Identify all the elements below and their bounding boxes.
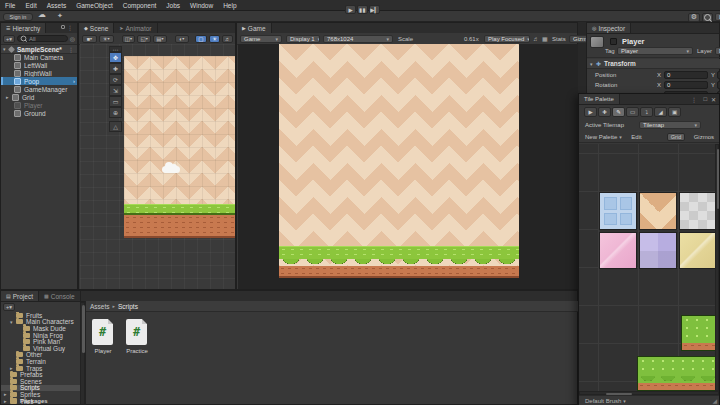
tab-inspector[interactable]: ◎ Inspector	[587, 23, 631, 33]
hierarchy-search-input[interactable]: All	[17, 35, 68, 42]
menu-component[interactable]: Component	[118, 2, 162, 9]
box-fill-tool[interactable]: ▭	[626, 107, 639, 117]
cloud-sprite[interactable]	[162, 166, 180, 173]
asset-player-script-icon[interactable]: #	[92, 319, 113, 345]
layers-dropdown[interactable]: Layers▾	[715, 13, 720, 21]
mute-audio-icon[interactable]: ♬	[533, 36, 539, 42]
services-icon[interactable]: ✦	[57, 12, 63, 20]
lighting-toggle[interactable]: ☀	[209, 35, 220, 43]
tile-window-blue[interactable]	[599, 192, 637, 230]
transform-header[interactable]: ▾ ✚ Transform	[587, 59, 720, 69]
hierarchy-item-grid[interactable]: ▸ Grid	[1, 93, 77, 101]
palette-vertical-scrollbar[interactable]	[715, 144, 719, 391]
resolution-dropdown[interactable]: 768x1024▾	[323, 35, 393, 43]
play-focused-dropdown[interactable]: Play Focused▾	[484, 35, 530, 43]
camera-settings-dropdown[interactable]: ◐▾	[175, 35, 189, 43]
hierarchy-item-leftwall[interactable]: LeftWall	[1, 61, 77, 69]
tab-game[interactable]: ▶ Game	[237, 23, 272, 33]
tile-pink[interactable]	[599, 232, 637, 269]
active-tilemap-dropdown[interactable]: Tilemap▾	[639, 121, 701, 129]
menu-gameobject[interactable]: GameObject	[71, 2, 118, 9]
2d-toggle[interactable]: ▢	[195, 35, 208, 43]
default-brush-dropdown[interactable]: Default Brush	[585, 398, 621, 404]
rotate-tool[interactable]: ⟳	[109, 74, 122, 85]
custom-tool[interactable]: △	[109, 121, 122, 132]
tab-project[interactable]: ▤ Project	[1, 291, 39, 301]
gameobject-thumbnail-icon[interactable]	[590, 36, 604, 48]
tile-checker-gray[interactable]	[679, 192, 717, 230]
scene-canvas[interactable]: ⋯ ✥ ✚ ⟳ ⇲ ▭ ⊕ △	[80, 44, 235, 289]
project-create-dropdown[interactable]: +▾	[3, 303, 15, 311]
tab-hierarchy[interactable]: ☰ Hierarchy	[1, 23, 46, 33]
menu-window[interactable]: Window	[185, 2, 218, 9]
audio-toggle[interactable]: ♬	[222, 35, 233, 43]
resize-grip-icon[interactable]: ◢	[712, 397, 717, 404]
create-dropdown[interactable]: +▾	[3, 35, 15, 43]
stats-button[interactable]: Stats	[552, 36, 566, 42]
move-tiles-tool[interactable]: ✚	[598, 107, 611, 117]
play-button[interactable]: ▶	[345, 5, 356, 14]
game-mode-dropdown[interactable]: Game▾	[240, 35, 282, 43]
scale-tool[interactable]: ⇲	[109, 85, 122, 96]
window-menu-icon[interactable]: ⋮	[691, 96, 697, 103]
hierarchy-item-ground[interactable]: Ground	[1, 109, 77, 117]
tile-grass-single[interactable]	[681, 315, 717, 351]
hierarchy-item-rightwall[interactable]: RightWall	[1, 69, 77, 77]
maximize-icon[interactable]: □	[703, 96, 707, 102]
grid-visual-dropdown[interactable]: ◫▾	[122, 35, 136, 43]
draw-mode-dropdown[interactable]: ■▾	[82, 35, 97, 43]
pause-button[interactable]: ▮▮	[357, 5, 368, 14]
breadcrumb-current[interactable]: Scripts	[118, 303, 138, 310]
palette-dropdown[interactable]: New Palette	[585, 134, 617, 140]
cloud-icon[interactable]: ☁	[38, 10, 46, 19]
snap-dropdown[interactable]: ◱▾	[137, 35, 151, 43]
tile-palette-titlebar[interactable]: Tile Palette ⋮ □ ✕	[579, 94, 719, 105]
position-x-field[interactable]: 0	[664, 71, 708, 79]
shading-dropdown[interactable]: ☀▾	[99, 35, 114, 43]
hierarchy-item-poop-selected[interactable]: Poop ›	[1, 77, 77, 85]
hierarchy-item-player-disabled[interactable]: Player	[1, 101, 77, 109]
search-button[interactable]	[702, 13, 713, 22]
rotation-x-field[interactable]: 0	[664, 81, 708, 89]
picker-tool[interactable]: ⤵	[640, 107, 653, 117]
menu-file[interactable]: File	[0, 2, 20, 9]
transform-tool[interactable]: ⊕	[109, 107, 122, 118]
tile-palette-grid[interactable]	[579, 144, 719, 391]
hand-tool[interactable]: ✥	[109, 52, 122, 63]
hierarchy-item-main-camera[interactable]: Main Camera	[1, 53, 77, 61]
rect-tool[interactable]: ▭	[109, 96, 122, 107]
breadcrumb-root[interactable]: Assets	[90, 303, 110, 310]
menu-help[interactable]: Help	[218, 2, 241, 9]
measure-dropdown[interactable]: ▤▾	[153, 35, 167, 43]
filter-icon[interactable]: ◎	[70, 35, 75, 42]
tab-tile-palette[interactable]: Tile Palette	[579, 94, 620, 104]
tag-dropdown[interactable]: Player▾	[617, 47, 693, 55]
gizmos-toggle[interactable]: Gizmos	[694, 134, 714, 140]
asset-practice-script-icon[interactable]: #	[126, 319, 147, 345]
tab-animator[interactable]: ➤ Animator	[114, 23, 157, 33]
layer-dropdown[interactable]: Default▾	[715, 47, 720, 55]
undo-history-button[interactable]: ⚙	[688, 13, 700, 22]
vsync-icon[interactable]: ▦	[542, 35, 548, 42]
eraser-tool[interactable]: ◢	[654, 107, 667, 117]
menu-edit[interactable]: Edit	[20, 2, 41, 9]
tab-menu-icon[interactable]: ⋮	[67, 24, 73, 31]
display-dropdown[interactable]: Display 1▾	[286, 35, 320, 43]
scene-menu-icon[interactable]: ⋮	[68, 46, 74, 53]
sign-in-button[interactable]: Sign in	[3, 13, 33, 21]
fill-tool[interactable]: ▣	[668, 107, 681, 117]
close-icon[interactable]: ✕	[711, 96, 716, 103]
tile-khaki[interactable]	[679, 232, 717, 269]
asset-player-label[interactable]: Player	[90, 348, 116, 354]
tile-lavender[interactable]	[639, 232, 677, 269]
menu-assets[interactable]: Assets	[42, 2, 72, 9]
paint-brush-tool[interactable]: ✎	[612, 107, 625, 117]
grid-toggle[interactable]: Grid	[667, 133, 685, 141]
asset-practice-label[interactable]: Practice	[124, 348, 150, 354]
select-tool[interactable]: ▶	[584, 107, 597, 117]
move-tool[interactable]: ✚	[109, 63, 122, 74]
lock-icon[interactable]	[61, 25, 65, 29]
tile-grass-wide[interactable]	[637, 356, 717, 391]
tab-scene[interactable]: ◆ Scene	[79, 23, 114, 33]
prefab-open-arrow-icon[interactable]: ›	[73, 78, 75, 84]
